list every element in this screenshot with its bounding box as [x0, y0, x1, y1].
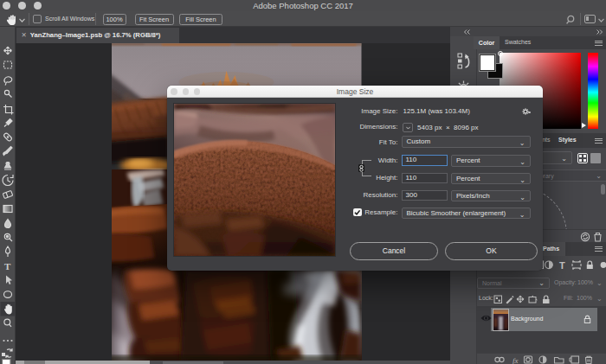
svg-text:fx: fx [513, 355, 519, 364]
svg-text:T: T [4, 261, 11, 271]
svg-text:T: T [559, 260, 565, 270]
